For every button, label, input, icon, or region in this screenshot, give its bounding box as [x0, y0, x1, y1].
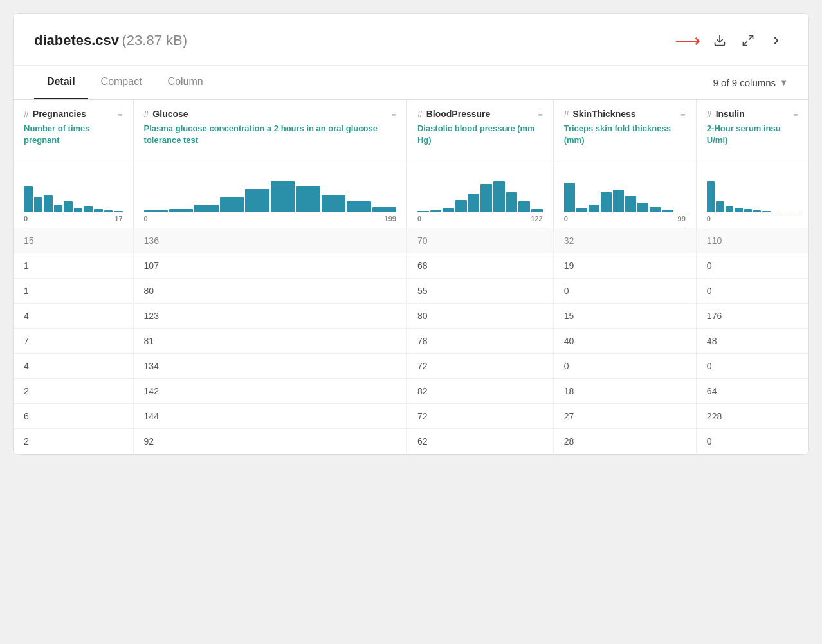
- table-row: 1805500: [14, 279, 808, 304]
- file-title-group: diabetes.csv (23.87 kB): [34, 32, 187, 49]
- tab-detail[interactable]: Detail: [34, 66, 88, 99]
- table-row: 110768190: [14, 253, 808, 279]
- table-row: 41347200: [14, 354, 808, 379]
- cell-pregnancies: 1: [14, 253, 133, 279]
- cell-insulin: 64: [696, 379, 808, 404]
- bar: [84, 206, 93, 212]
- col-header-bloodpressure: # BloodPressure ≡ Diastolic blood pressu…: [406, 100, 553, 228]
- filter-icon-skinthickness[interactable]: ≡: [680, 109, 686, 119]
- filter-icon-insulin[interactable]: ≡: [793, 109, 798, 119]
- cell-insulin: 0: [696, 253, 808, 279]
- bar: [104, 210, 113, 212]
- cell-pregnancies: 4: [14, 304, 133, 329]
- cell-glucose: 123: [133, 304, 406, 329]
- bar: [24, 186, 33, 212]
- bar: [144, 210, 168, 212]
- filter-icon-pregnancies[interactable]: ≡: [118, 109, 123, 119]
- bar: [531, 209, 543, 212]
- cell-insulin: 228: [696, 404, 808, 429]
- col-desc-insulin: 2-Hour serum insu U/ml): [707, 123, 798, 156]
- download-button[interactable]: [708, 29, 731, 52]
- cell-glucose: 136: [133, 228, 406, 253]
- cell-insulin: 0: [696, 279, 808, 304]
- header-actions: ⟶: [675, 29, 788, 52]
- cell-pregnancies: 15: [14, 228, 133, 253]
- bar: [480, 184, 492, 212]
- cell-bloodpressure: 82: [406, 379, 553, 404]
- col-header-pregnancies: # Pregnancies ≡ Number of times pregnant: [14, 100, 133, 228]
- col-name-bloodpressure: # BloodPressure: [417, 109, 490, 119]
- bar: [455, 200, 467, 212]
- bar: [772, 212, 780, 212]
- fullscreen-button[interactable]: [736, 29, 760, 52]
- bar: [34, 197, 43, 212]
- bar: [650, 207, 661, 212]
- cell-skinthickness: 0: [553, 354, 696, 379]
- main-card: diabetes.csv (23.87 kB) ⟶: [13, 13, 809, 455]
- svg-line-1: [749, 36, 753, 40]
- data-table-wrapper: # Pregnancies ≡ Number of times pregnant: [14, 100, 808, 454]
- cell-glucose: 81: [133, 329, 406, 354]
- col-name-pregnancies: # Pregnancies: [24, 109, 86, 119]
- bar: [169, 209, 193, 212]
- col-desc-skinthickness: Triceps skin fold thickness (mm): [564, 123, 686, 156]
- table-row: 151367032110: [14, 228, 808, 253]
- chevron-down-icon: ▼: [780, 78, 788, 87]
- bar: [493, 181, 505, 212]
- col-header-skinthickness: # SkinThickness ≡ Triceps skin fold thic…: [553, 100, 696, 228]
- table-row: 41238015176: [14, 304, 808, 329]
- column-headers-row: # Pregnancies ≡ Number of times pregnant: [14, 100, 808, 228]
- arrow-right-icon: ⟶: [675, 30, 700, 51]
- bar: [44, 195, 53, 212]
- col-name-skinthickness: # SkinThickness: [564, 109, 636, 119]
- filter-icon-bloodpressure[interactable]: ≡: [538, 109, 543, 119]
- tabs-bar: Detail Compact Column 9 of 9 columns ▼: [14, 66, 808, 100]
- cell-skinthickness: 40: [553, 329, 696, 354]
- cell-bloodpressure: 72: [406, 404, 553, 429]
- bar: [443, 208, 454, 212]
- bar: [735, 208, 742, 212]
- bar: [94, 209, 103, 212]
- cell-skinthickness: 28: [553, 429, 696, 454]
- file-header: diabetes.csv (23.87 kB) ⟶: [14, 14, 808, 66]
- cell-insulin: 48: [696, 329, 808, 354]
- columns-selector-text: 9 of 9 columns: [713, 77, 776, 88]
- bar: [322, 195, 345, 212]
- hist-range-glucose: 0 199: [144, 214, 396, 228]
- col-desc-bloodpressure: Diastolic blood pressure (mm Hg): [417, 123, 543, 156]
- filename: diabetes.csv: [34, 32, 119, 48]
- file-size: (23.87 kB): [122, 32, 188, 48]
- bar: [762, 211, 770, 212]
- cell-skinthickness: 18: [553, 379, 696, 404]
- cell-insulin: 0: [696, 429, 808, 454]
- cell-bloodpressure: 68: [406, 253, 553, 279]
- histogram-glucose: 0 199: [134, 163, 406, 228]
- cell-pregnancies: 7: [14, 329, 133, 354]
- col-name-insulin: # Insulin: [707, 109, 745, 119]
- svg-line-2: [744, 42, 747, 46]
- bar: [564, 183, 575, 212]
- bar: [220, 197, 244, 212]
- bar: [726, 206, 733, 212]
- filter-icon-glucose[interactable]: ≡: [391, 109, 396, 119]
- cell-insulin: 176: [696, 304, 808, 329]
- histogram-insulin: 0: [697, 163, 808, 228]
- table-row: 2142821864: [14, 379, 808, 404]
- cell-pregnancies: 1: [14, 279, 133, 304]
- cell-pregnancies: 2: [14, 379, 133, 404]
- tab-compact[interactable]: Compact: [88, 66, 155, 99]
- bar: [417, 211, 429, 212]
- histogram-skinthickness: 0 99: [554, 163, 696, 228]
- table-row: 781784048: [14, 329, 808, 354]
- tab-column[interactable]: Column: [155, 66, 216, 99]
- columns-selector[interactable]: 9 of 9 columns ▼: [713, 77, 788, 88]
- col-header-glucose: # Glucose ≡ Plasma glucose concentration…: [133, 100, 406, 228]
- bar: [662, 210, 673, 212]
- bar: [372, 207, 396, 212]
- next-button[interactable]: [765, 29, 788, 52]
- cell-pregnancies: 6: [14, 404, 133, 429]
- bar: [601, 192, 612, 212]
- bar: [347, 201, 370, 212]
- data-table: # Pregnancies ≡ Number of times pregnant: [14, 100, 808, 454]
- histogram-bloodpressure: 0 122: [407, 163, 553, 228]
